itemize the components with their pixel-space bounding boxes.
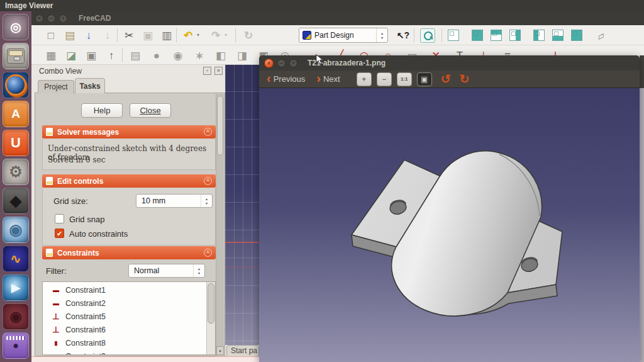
- scrollbar-thumb[interactable]: [217, 96, 223, 156]
- open-file-icon[interactable]: ▤: [62, 28, 78, 43]
- view-front-icon[interactable]: [472, 30, 483, 41]
- view-isometric-icon[interactable]: [448, 30, 459, 41]
- image-canvas[interactable]: [259, 88, 640, 362]
- fillet-icon[interactable]: ◧: [213, 48, 229, 63]
- whats-this-icon[interactable]: ↖?: [395, 28, 411, 43]
- solver-messages-header[interactable]: Solver messages ^: [42, 125, 216, 139]
- save-icon[interactable]: ↓: [80, 28, 97, 43]
- previous-button[interactable]: Previous: [274, 74, 306, 84]
- chamfer-icon[interactable]: ◨: [234, 48, 250, 63]
- vertical-constraint-icon: ▮: [50, 340, 62, 346]
- close-window-button[interactable]: ×: [35, 14, 43, 23]
- view-left-icon[interactable]: [571, 30, 582, 41]
- constraints-scrollbar[interactable]: [206, 282, 215, 354]
- sketch-line: [225, 242, 259, 243]
- normal-size-button[interactable]: 1:1: [397, 72, 412, 86]
- constraint-row[interactable]: ⊥ Constraint6: [43, 323, 215, 336]
- constraint-row[interactable]: ▮ Constraint9: [43, 349, 215, 355]
- cut-icon[interactable]: ✂: [121, 28, 137, 43]
- save-as-icon[interactable]: ↓: [99, 28, 116, 43]
- scrollbar-thumb[interactable]: [208, 283, 214, 324]
- help-button[interactable]: Help: [81, 103, 123, 118]
- edit-sketch-icon[interactable]: ◪: [63, 48, 79, 63]
- import-tool-icon[interactable]: ↑: [103, 48, 119, 63]
- constraint-label: Constraint5: [65, 312, 106, 321]
- media-player-icon[interactable]: ▶: [3, 274, 29, 301]
- system-settings-icon[interactable]: ⚙: [3, 159, 29, 185]
- collapse-icon[interactable]: ^: [204, 249, 212, 257]
- groove-icon[interactable]: ∗: [191, 48, 208, 63]
- previous-chevron-icon: ‹: [267, 72, 271, 84]
- view-bottom-icon[interactable]: [552, 30, 564, 41]
- collapse-icon[interactable]: ^: [204, 177, 212, 185]
- ubuntu-dash-icon[interactable]: ◎: [3, 14, 29, 40]
- paste-icon[interactable]: ▥: [158, 28, 175, 43]
- tasks-panel-scrollbar[interactable]: ▾: [216, 94, 224, 356]
- new-file-icon[interactable]: □: [43, 28, 59, 43]
- maximize-window-button[interactable]: +: [289, 59, 297, 67]
- tab-project[interactable]: Project: [38, 80, 74, 93]
- constraint-row[interactable]: ▬ Constraint2: [43, 297, 215, 310]
- filter-spinner[interactable]: ▴ ▾: [193, 264, 204, 277]
- redo-dropdown-icon[interactable]: ▾: [221, 28, 230, 43]
- tab-tasks[interactable]: Tasks: [75, 78, 105, 93]
- grid-size-spinner[interactable]: ▴ ▾: [201, 195, 212, 207]
- measure-distance-icon[interactable]: ▱: [590, 25, 611, 46]
- constraint-row[interactable]: ▮ Constraint8: [43, 336, 215, 349]
- zoom-in-button[interactable]: +: [357, 72, 372, 86]
- grid-snap-checkbox[interactable]: [55, 214, 64, 223]
- refresh-icon[interactable]: ↻: [240, 28, 257, 43]
- revolution-icon[interactable]: ●: [148, 48, 165, 63]
- collapse-icon[interactable]: ^: [204, 128, 212, 136]
- constraint-row[interactable]: ▬ Constraint1: [43, 283, 215, 297]
- mdi-tab-start-page[interactable]: Start pa: [226, 345, 259, 357]
- files-icon[interactable]: [3, 43, 29, 69]
- best-fit-button[interactable]: ▣: [417, 72, 432, 86]
- freecad-3d-viewport[interactable]: [225, 64, 259, 345]
- fit-all-icon[interactable]: [420, 28, 435, 43]
- constraint-row[interactable]: ⊥ Constraint5: [43, 310, 215, 323]
- combo-view-title: Combo View: [39, 67, 82, 76]
- recorder-app-icon[interactable]: ◉: [3, 303, 29, 330]
- note-icon: [46, 177, 53, 185]
- constraints-title: Constraints: [57, 249, 99, 257]
- pad-icon[interactable]: ▤: [127, 48, 143, 63]
- dock-close-icon[interactable]: ×: [214, 67, 223, 75]
- zoom-out-button[interactable]: −: [377, 72, 392, 86]
- minimize-window-button[interactable]: –: [47, 14, 55, 23]
- inkscape-icon[interactable]: ◆: [3, 188, 29, 214]
- close-button[interactable]: Close: [130, 103, 171, 118]
- workbench-selector[interactable]: Part Design ▴ ▾: [299, 28, 388, 43]
- constraints-header[interactable]: Constraints ^: [42, 246, 216, 259]
- keyboard-app-icon[interactable]: ●: [3, 332, 29, 359]
- scroll-down-icon[interactable]: ▾: [216, 346, 224, 355]
- close-window-button[interactable]: ×: [264, 59, 274, 68]
- software-center-icon[interactable]: A: [3, 101, 29, 127]
- ubuntu-one-icon[interactable]: U: [3, 130, 29, 156]
- next-button[interactable]: Next: [323, 74, 340, 84]
- audacity-icon[interactable]: ∿: [3, 246, 29, 272]
- minimize-window-button[interactable]: –: [277, 59, 286, 67]
- freecad-window-title: FreeCAD: [79, 14, 111, 23]
- undo-dropdown-icon[interactable]: ▾: [194, 28, 203, 43]
- auto-constraints-checkbox[interactable]: ✔: [55, 229, 64, 238]
- help-button-label: Help: [94, 106, 111, 115]
- rotate-right-icon[interactable]: ↻: [460, 73, 470, 85]
- new-sketch-icon[interactable]: ▦: [43, 48, 59, 63]
- edit-controls-header[interactable]: Edit controls ^: [42, 174, 216, 188]
- dock-float-icon[interactable]: ▫: [203, 67, 211, 75]
- chromium-icon[interactable]: ◉: [3, 217, 29, 243]
- workbench-spinner[interactable]: ▴ ▾: [376, 28, 387, 42]
- pocket-icon[interactable]: ◉: [170, 48, 186, 63]
- copy-icon[interactable]: ▣: [140, 28, 156, 43]
- map-sketch-icon[interactable]: ▣: [83, 48, 99, 63]
- firefox-icon[interactable]: [3, 72, 29, 98]
- solver-messages-body: Under-constrained sketch with 4 degrees …: [42, 139, 216, 170]
- filter-dropdown[interactable]: Normal ▴ ▾: [128, 264, 205, 278]
- maximize-window-button[interactable]: +: [59, 14, 67, 23]
- view-top-icon[interactable]: [491, 30, 502, 41]
- rotate-left-icon[interactable]: ↺: [441, 73, 451, 85]
- grid-size-spinbox[interactable]: 10 mm ▴ ▾: [136, 194, 213, 208]
- view-right-icon[interactable]: [509, 30, 521, 41]
- view-rear-icon[interactable]: [533, 30, 545, 41]
